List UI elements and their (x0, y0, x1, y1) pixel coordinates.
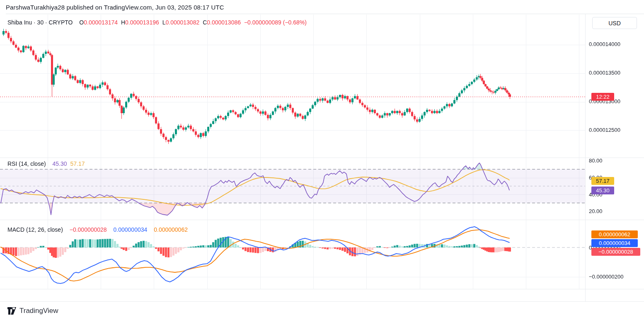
macd-legend[interactable]: MACD (12, 26, close) −0.000000028 0.0000… (7, 226, 189, 233)
currency-toggle-button[interactable]: USD (592, 17, 637, 29)
symbol-title: Shiba Inu · 30 · CRYPTO (7, 19, 73, 26)
open-label: O (79, 19, 84, 26)
open-value: 0.000013174 (84, 19, 118, 26)
rsi-value-badge: 45.30 (591, 187, 614, 194)
close-value: 0.000013086 (207, 19, 241, 26)
tradingview-brand-text: TradingView (19, 307, 58, 315)
price-axis-label: 0.000014000 (589, 41, 620, 48)
tradingview-logo-icon (7, 307, 16, 315)
close-label: C (203, 19, 207, 26)
macd-signal-badge: 0.000000062 (591, 230, 638, 238)
macd-title: MACD (12, 26, close) (7, 226, 63, 233)
rsi-axis-label: 80.00 (589, 157, 603, 165)
time-axis-divider-bottom (0, 301, 644, 302)
high-value: 0.000013196 (125, 19, 159, 26)
published-line: ParshwaTurakhiya28 published on TradingV… (6, 4, 224, 11)
price-axis-label: 0.000013500 (589, 69, 620, 77)
pane-divider-rsi-macd (0, 220, 644, 220)
macd-line-value: 0.000000034 (114, 226, 148, 233)
rsi-axis-label: 20.00 (589, 208, 603, 215)
bar-countdown-badge: 12:22 (591, 93, 614, 101)
macd-hist-value: −0.000000028 (70, 226, 107, 233)
rsi-title: RSI (14, close) (7, 160, 46, 167)
symbol-legend[interactable]: Shiba Inu · 30 · CRYPTO O0.000013174 H0.… (7, 19, 308, 26)
macd-line-badge: 0.000000034 (591, 239, 638, 247)
low-value: 0.000013082 (165, 19, 199, 26)
macd-signal-value: 0.000000062 (154, 226, 188, 233)
macd-axis-label: −0.000000200 (589, 273, 624, 281)
time-axis[interactable]: 30 12:00 31 12:00 Jun 12:00 2 12:00 3 12… (0, 289, 585, 301)
rsi-ma-value: 57.17 (70, 160, 85, 167)
rsi-value: 45.30 (52, 160, 67, 167)
header-divider (6, 14, 644, 14)
change-value: −0.000000089 (−0.68%) (244, 19, 307, 26)
rsi-legend[interactable]: RSI (14, close) 45.30 57.17 (7, 160, 86, 167)
high-label: H (121, 19, 125, 26)
macd-hist-badge: −0.000000028 (591, 248, 640, 256)
chart-canvas (0, 0, 644, 320)
rsi-ma-badge: 57.17 (591, 177, 614, 185)
pane-divider-price-rsi (0, 158, 644, 158)
price-axis-label: 0.000012500 (589, 126, 620, 134)
tradingview-link[interactable]: TradingView (7, 307, 58, 315)
